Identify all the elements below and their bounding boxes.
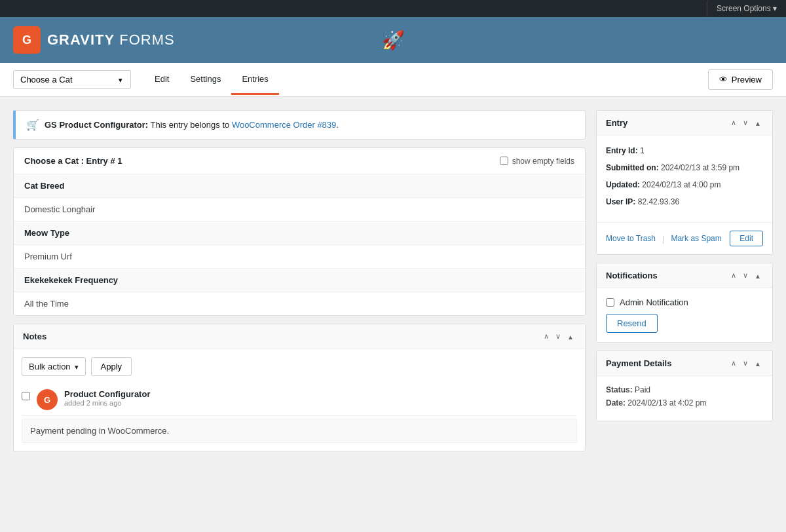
logo-area: G GRAVITY FORMS: [13, 26, 175, 54]
woocommerce-order-link[interactable]: WooCommerce Order #839: [232, 120, 336, 130]
note-text: Payment pending in WooCommerce.: [22, 419, 577, 443]
admin-notification-row: Admin Notification: [606, 297, 763, 307]
notif-toggle[interactable]: [753, 271, 763, 281]
payment-date-value: 2024/02/13 at 4:02 pm: [627, 398, 706, 408]
payment-collapse-up[interactable]: [729, 358, 738, 369]
notes-collapse-up[interactable]: [542, 331, 551, 342]
notifications-body: Admin Notification Resend: [597, 288, 772, 342]
bulk-action-label: Bulk action: [29, 362, 71, 371]
entry-detail-title: Choose a Cat : Entry # 1: [24, 156, 122, 166]
notes-toggle[interactable]: [565, 332, 576, 342]
field-value-freq: All the Time: [14, 292, 585, 315]
entry-collapse-down[interactable]: [741, 117, 750, 128]
notice-bar: 🛒 GS Product Configurator: This entry be…: [13, 110, 586, 140]
payment-date-row: Date: 2024/02/13 at 4:02 pm: [606, 398, 763, 408]
apply-button[interactable]: Apply: [91, 357, 132, 376]
rocket-decoration: 🚀: [382, 29, 405, 51]
main-content: 🛒 GS Product Configurator: This entry be…: [0, 97, 786, 465]
notes-title: Notes: [23, 332, 47, 341]
note-author: Product Configurator: [64, 389, 150, 399]
nav-link-settings[interactable]: Settings: [179, 65, 231, 95]
move-to-trash-link[interactable]: Move to Trash: [606, 234, 656, 243]
mark-as-spam-link[interactable]: Mark as Spam: [671, 234, 721, 243]
preview-label: Preview: [732, 75, 762, 85]
nav-link-edit[interactable]: Edit: [144, 65, 179, 95]
entry-id-row: Entry Id: 1: [606, 145, 763, 157]
entry-actions: Move to Trash | Mark as Spam Edit: [597, 222, 772, 254]
entry-meta-header: Entry: [597, 111, 772, 136]
screen-options-label: Screen Options ▾: [717, 4, 777, 13]
notif-collapse-down[interactable]: [741, 270, 750, 281]
notifications-title: Notifications: [606, 271, 658, 280]
field-freq: Ekekekekek Frequency All the Time: [14, 269, 585, 315]
notice-suffix: .: [336, 120, 339, 130]
bulk-action-select[interactable]: Bulk action: [22, 357, 86, 376]
entry-meta-card: Entry Entry Id: 1 Submitted on: 2024/02/…: [596, 110, 773, 255]
action-separator: |: [662, 234, 664, 244]
entry-toggle[interactable]: [753, 118, 763, 128]
notes-header: Notes: [14, 324, 585, 349]
entry-id-value: 1: [640, 146, 645, 155]
left-panel: 🛒 GS Product Configurator: This entry be…: [13, 110, 586, 451]
show-empty-label: show empty fields: [512, 157, 574, 166]
payment-date-label: Date:: [606, 398, 626, 408]
submitted-value: 2024/02/13 at 3:59 pm: [661, 163, 739, 172]
submitted-row: Submitted on: 2024/02/13 at 3:59 pm: [606, 162, 763, 174]
field-label-freq: Ekekekekek Frequency: [14, 269, 585, 292]
user-ip-label: User IP:: [606, 197, 635, 206]
resend-button[interactable]: Resend: [606, 314, 658, 333]
preview-button[interactable]: 👁 Preview: [708, 69, 773, 90]
entry-meta-title: Entry: [606, 118, 627, 128]
notes-collapse-down[interactable]: [553, 331, 563, 342]
payment-status-label: Status:: [606, 385, 633, 394]
note-item: G Product Configurator added 2 mins ago: [22, 384, 577, 416]
nav-link-entries[interactable]: Entries: [231, 65, 278, 95]
eye-icon: 👁: [719, 75, 728, 85]
note-avatar: G: [37, 389, 58, 410]
updated-label: Updated:: [606, 180, 640, 189]
payment-details-title: Payment Details: [606, 358, 671, 368]
entry-meta-controls: [729, 117, 763, 128]
field-value-meow-type: Premium Urf: [14, 245, 585, 268]
entry-detail-header: Choose a Cat : Entry # 1 show empty fiel…: [14, 148, 585, 174]
form-selector[interactable]: Choose a Cat: [13, 70, 131, 89]
field-meow-type: Meow Type Premium Urf: [14, 221, 585, 269]
payment-toggle[interactable]: [753, 358, 763, 369]
show-empty-fields: show empty fields: [500, 157, 574, 166]
notes-card: Notes Bulk action Apply G: [13, 324, 586, 451]
payment-status-value: Paid: [635, 385, 650, 394]
admin-notification-checkbox[interactable]: [606, 298, 614, 307]
field-label-cat-breed: Cat Breed: [14, 174, 585, 198]
logo-text: GRAVITY FORMS: [47, 31, 175, 48]
entry-id-label: Entry Id:: [606, 146, 638, 155]
payment-details-card: Payment Details Status: Paid Date: 2024/…: [596, 351, 773, 421]
notes-body: Bulk action Apply G Product Configurator…: [14, 349, 585, 451]
logo-letter: G: [22, 33, 31, 47]
nav-links: Edit Settings Entries: [144, 65, 279, 95]
user-ip-value: 82.42.93.36: [638, 197, 679, 206]
notice-body: This entry belongs to: [151, 120, 230, 130]
screen-options-button[interactable]: Screen Options ▾: [707, 0, 786, 17]
notes-controls: [542, 331, 576, 342]
show-empty-checkbox[interactable]: [500, 157, 508, 165]
updated-value: 2024/02/13 at 4:00 pm: [642, 180, 720, 189]
entry-collapse-up[interactable]: [729, 117, 738, 128]
note-content: Product Configurator added 2 mins ago: [64, 389, 150, 407]
field-cat-breed: Cat Breed Domestic Longhair: [14, 174, 585, 221]
cart-icon: 🛒: [26, 119, 39, 131]
logo-bold: GRAVITY: [47, 31, 115, 48]
note-checkbox[interactable]: [22, 392, 30, 400]
nav-bar: Choose a Cat Edit Settings Entries 👁 Pre…: [0, 63, 786, 97]
chevron-down-icon: [119, 75, 122, 85]
note-time: added 2 mins ago: [64, 399, 150, 407]
notifications-header: Notifications: [597, 263, 772, 288]
notice-product-name: GS Product Configurator:: [45, 120, 148, 130]
payment-collapse-down[interactable]: [741, 358, 750, 369]
notif-collapse-up[interactable]: [729, 270, 738, 281]
logo-regular: FORMS: [115, 31, 175, 48]
updated-row: Updated: 2024/02/13 at 4:00 pm: [606, 179, 763, 191]
edit-button[interactable]: Edit: [730, 231, 763, 246]
top-header: G GRAVITY FORMS 🚀: [0, 17, 786, 63]
bulk-chevron-icon: [75, 362, 79, 371]
payment-details-body: Status: Paid Date: 2024/02/13 at 4:02 pm: [597, 376, 772, 421]
